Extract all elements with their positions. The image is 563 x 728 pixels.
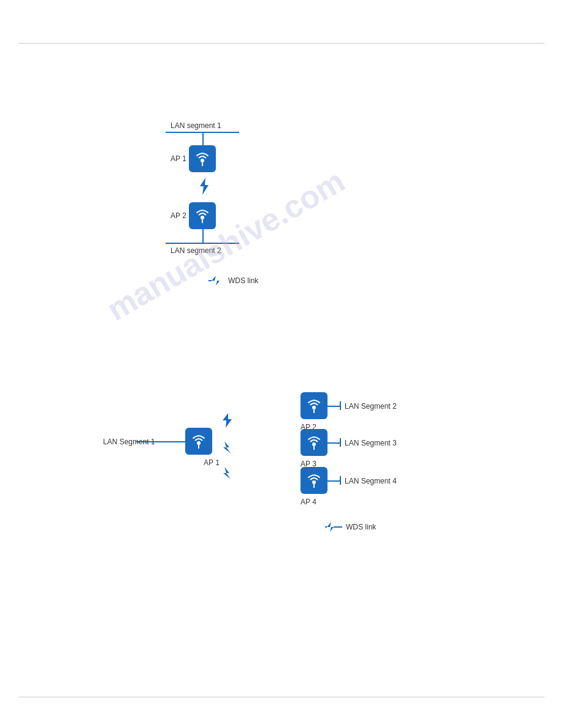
d2-lan4-label: LAN Segment 4 — [345, 477, 397, 485]
d2-lan2-label: LAN Segment 2 — [345, 402, 397, 411]
lan2-label: LAN segment 2 — [170, 246, 221, 255]
d2-ap1-label: AP 1 — [204, 458, 220, 467]
d2-lan3-line-right — [327, 442, 340, 444]
top-border — [18, 43, 545, 44]
bottom-border — [18, 697, 545, 697]
d2-ap4-label: AP 4 — [301, 498, 316, 506]
ap2-label: AP 2 — [170, 211, 186, 220]
svg-point-0 — [201, 159, 204, 162]
lan2-vline — [202, 229, 204, 243]
svg-point-9 — [312, 442, 316, 446]
d2-ap1-icon — [185, 428, 212, 455]
lan1-label: LAN segment 1 — [170, 121, 221, 130]
d2-lan3-tick-top — [340, 438, 341, 447]
d2-ap2-icon — [301, 392, 327, 419]
wds-link-label-2: WDS link — [346, 523, 376, 531]
d2-ap3-icon — [301, 429, 327, 456]
wds-link-label-1: WDS link — [228, 276, 258, 285]
d2-wds-bolt-ap1-ap2 — [221, 412, 234, 431]
wds-legend-2: WDS link — [325, 521, 376, 533]
lan2-line — [166, 243, 239, 244]
d2-wds-bolt-ap1-ap4 — [221, 466, 234, 482]
wds-legend-1: WDS link — [209, 275, 258, 287]
svg-point-7 — [312, 406, 316, 409]
ap2-icon — [189, 202, 216, 229]
svg-point-2 — [201, 216, 204, 219]
d2-lan1-label: LAN Segment 1 — [103, 438, 155, 446]
ap1-label: AP 1 — [170, 154, 186, 163]
ap1-icon — [189, 145, 216, 172]
watermark: manualshive.com — [101, 162, 351, 328]
d2-lan4-tick-top — [340, 476, 341, 485]
d2-lan2-line-right — [327, 406, 340, 407]
d2-lan4-line-right — [327, 480, 340, 482]
d2-ap4-icon — [301, 467, 327, 494]
d2-wds-bolt-ap1-ap3 — [221, 440, 234, 457]
d2-lan2-tick-top — [340, 401, 341, 410]
svg-point-5 — [197, 441, 201, 445]
lan1-vline — [202, 132, 204, 145]
d2-lan3-label: LAN Segment 3 — [345, 439, 397, 447]
svg-point-11 — [312, 480, 316, 484]
wds-bolt-1 — [197, 176, 211, 198]
